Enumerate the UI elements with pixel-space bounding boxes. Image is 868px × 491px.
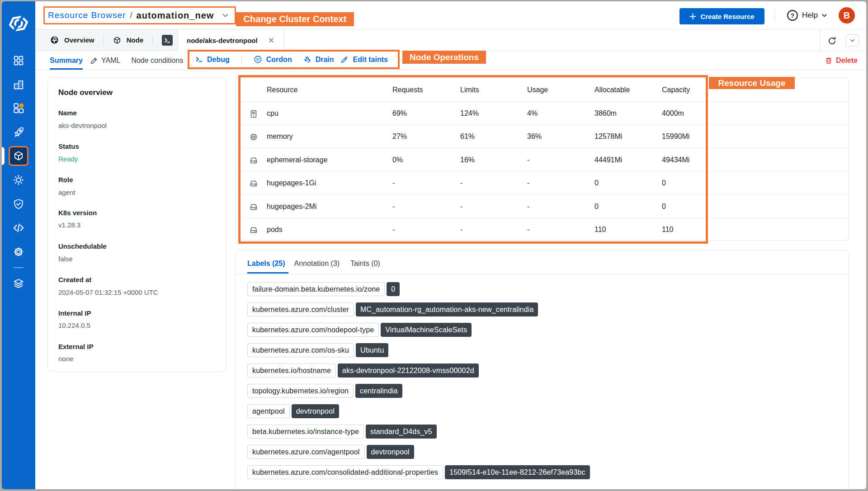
svg-text:?: ?	[791, 12, 794, 19]
